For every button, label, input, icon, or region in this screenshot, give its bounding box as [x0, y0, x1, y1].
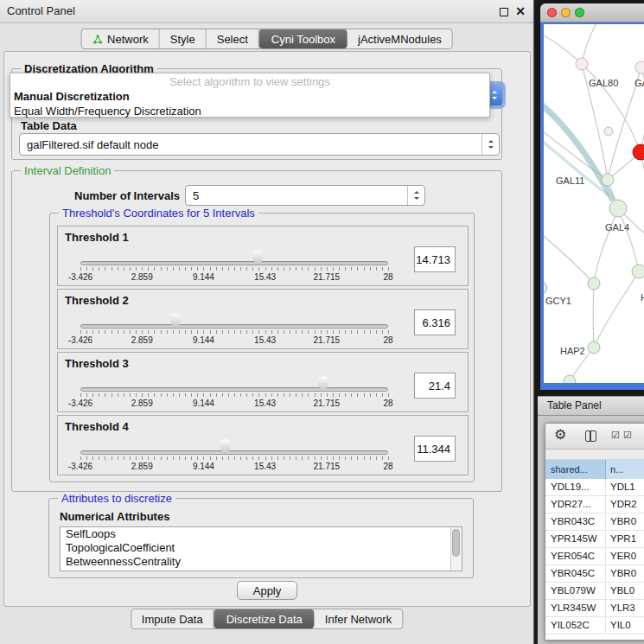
- table-cell-shared-name[interactable]: YDL19...: [545, 479, 606, 495]
- attributes-scrollbar[interactable]: [450, 527, 462, 571]
- table-row[interactable]: YIL052CYIL0: [545, 617, 644, 634]
- attribute-item-topologicalcoefficient[interactable]: TopologicalCoefficient: [61, 541, 462, 555]
- table-data-select[interactable]: galFiltered.sif default node: [19, 133, 500, 156]
- table-row[interactable]: YLR345WYLR3: [545, 600, 644, 617]
- number-of-intervals-select[interactable]: 5: [185, 185, 425, 206]
- network-node-gal80[interactable]: [576, 58, 588, 70]
- table-cell-shared-name[interactable]: YER054C: [545, 548, 606, 564]
- network-edge[interactable]: [544, 232, 594, 284]
- columns-icon[interactable]: [585, 430, 596, 442]
- tab-style[interactable]: Style: [160, 29, 207, 48]
- network-edge[interactable]: [593, 284, 594, 348]
- tab-discretize-data[interactable]: Discretize Data: [214, 609, 315, 628]
- table-column-header-name[interactable]: n...: [606, 460, 644, 479]
- table-cell-shared-name[interactable]: YDR27...: [545, 496, 606, 513]
- table-cell-shared-name[interactable]: YIL052C: [545, 617, 606, 634]
- network-node-gal4[interactable]: [609, 200, 627, 217]
- combo-stepper-icon[interactable]: [481, 134, 499, 155]
- checkbox-icon[interactable]: ☑: [623, 430, 632, 441]
- network-node-h[interactable]: [632, 265, 644, 278]
- table-cell-name[interactable]: YLR3: [606, 600, 644, 616]
- control-panel-titlebar[interactable]: Control Panel ✕: [0, 0, 533, 23]
- threshold-value-input[interactable]: [414, 373, 456, 399]
- network-edge[interactable]: [618, 208, 639, 271]
- network-node[interactable]: [564, 375, 576, 383]
- attributes-scrollbar-thumb[interactable]: [452, 529, 460, 557]
- table-cell-shared-name[interactable]: YPR145W: [545, 531, 606, 547]
- close-icon[interactable]: ✕: [515, 3, 526, 20]
- combo-stepper-icon[interactable]: [407, 186, 424, 205]
- scale-tick-label: 28: [383, 272, 392, 282]
- tab-cyni-toolbox[interactable]: Cyni Toolbox: [259, 29, 348, 48]
- table-cell-shared-name[interactable]: YBL079W: [545, 583, 606, 599]
- network-edge[interactable]: [582, 24, 604, 64]
- tab-jactivemnodules[interactable]: jActiveMNodules: [348, 29, 452, 48]
- algorithm-option-equal-width-frequency-discretization[interactable]: Equal Width/Frequency Discretization: [10, 104, 489, 118]
- network-view-titlebar[interactable]: [540, 3, 644, 22]
- threshold-label: Threshold 1: [65, 231, 129, 244]
- table-cell-shared-name[interactable]: YBR043C: [545, 513, 606, 530]
- threshold-slider-track[interactable]: [80, 261, 388, 265]
- table-panel-header-bar[interactable]: Table Panel: [538, 396, 644, 416]
- threshold-slider-track[interactable]: [80, 324, 388, 328]
- network-edge[interactable]: [641, 152, 644, 249]
- table-row[interactable]: YBR045CYBR0: [545, 565, 644, 583]
- checkbox-icon[interactable]: ☑: [611, 430, 620, 441]
- zoom-traffic-light-icon[interactable]: [575, 8, 584, 17]
- attribute-item-selfloops[interactable]: SelfLoops: [61, 527, 462, 541]
- tab-network[interactable]: Network: [81, 29, 160, 48]
- control-panel-tabs: NetworkStyleSelectCyni ToolboxjActiveMNo…: [80, 29, 453, 49]
- network-node[interactable]: [544, 282, 547, 294]
- network-canvas[interactable]: GAL80GAGAL11GAL4GCY1HHAP2: [544, 24, 644, 383]
- numerical-attributes-list[interactable]: SelfLoopsTopologicalCoefficientBetweenne…: [60, 526, 462, 571]
- table-cell-name[interactable]: YDR2: [606, 496, 644, 513]
- network-node-gcy1[interactable]: [588, 277, 600, 290]
- network-node[interactable]: [633, 144, 644, 160]
- minimize-traffic-light-icon[interactable]: [561, 8, 571, 17]
- network-edge[interactable]: [544, 31, 582, 64]
- table-row[interactable]: YBR043CYBR0: [545, 513, 644, 531]
- network-node-gal11[interactable]: [602, 174, 614, 186]
- table-row[interactable]: YBL079WYBL0: [545, 583, 644, 600]
- apply-button[interactable]: Apply: [237, 581, 297, 600]
- algorithm-option-manual-discretization[interactable]: Manual Discretization: [10, 89, 489, 104]
- attributes-group: Attributes to discretize Numerical Attri…: [48, 498, 474, 578]
- float-window-icon[interactable]: [500, 8, 508, 16]
- table-cell-name[interactable]: YBR0: [606, 513, 644, 530]
- table-cell-name[interactable]: YBL0: [606, 583, 644, 599]
- close-traffic-light-icon[interactable]: [547, 8, 557, 17]
- network-edge[interactable]: [594, 271, 639, 348]
- threshold-value-input[interactable]: [414, 436, 456, 462]
- numerical-attributes-label: Numerical Attributes: [60, 510, 169, 523]
- scale-tick-label: 2.859: [131, 399, 153, 408]
- table-cell-shared-name[interactable]: YBR045C: [545, 565, 606, 582]
- network-node-hap2[interactable]: [588, 341, 600, 354]
- table-column-header-shared-name[interactable]: shared...: [545, 460, 606, 479]
- table-row[interactable]: YER054CYER0: [545, 548, 644, 565]
- table-cell-name[interactable]: YER0: [606, 548, 644, 564]
- gear-icon[interactable]: ⚙: [554, 426, 566, 443]
- tab-select[interactable]: Select: [207, 29, 259, 48]
- table-cell-name[interactable]: YBR0: [606, 565, 644, 582]
- threshold-slider-track[interactable]: [80, 450, 388, 455]
- network-node[interactable]: [604, 127, 613, 136]
- table-row[interactable]: YPR145WYPR1: [545, 531, 644, 548]
- table-cell-shared-name[interactable]: YLR345W: [545, 600, 606, 616]
- threshold-slider-track[interactable]: [80, 387, 388, 392]
- table-cell-name[interactable]: YDL1: [606, 479, 644, 495]
- threshold-value-input[interactable]: [414, 246, 456, 272]
- network-node-ga[interactable]: [635, 61, 644, 73]
- threshold-value-input[interactable]: [414, 309, 456, 335]
- table-data-value: galFiltered.sif default node: [27, 134, 158, 155]
- table-cell-name[interactable]: YPR1: [606, 531, 644, 547]
- table-cell-name[interactable]: YIL0: [606, 617, 644, 634]
- table-row[interactable]: YDR27...YDR2: [545, 496, 644, 513]
- table-row[interactable]: YDL19...YDL1: [545, 479, 644, 496]
- table-toolbar: ⚙ ☑ ☑: [545, 424, 644, 450]
- network-edge[interactable]: [594, 208, 618, 284]
- node-table-window: ⚙ ☑ ☑ shared... n... YDL19...YDL1YDR27..…: [545, 423, 644, 641]
- attribute-item-betweennesscentrality[interactable]: BetweennessCentrality: [61, 555, 462, 569]
- tab-impute-data[interactable]: Impute Data: [131, 609, 214, 628]
- network-node-label: GA: [634, 78, 644, 88]
- tab-infer-network[interactable]: Infer Network: [315, 609, 402, 628]
